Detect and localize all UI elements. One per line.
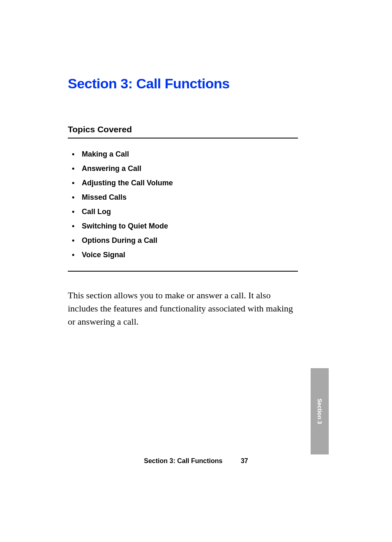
- list-item: Call Log: [74, 208, 298, 216]
- page-content: Section 3: Call Functions Topics Covered…: [68, 76, 298, 337]
- list-item: Switching to Quiet Mode: [74, 222, 298, 231]
- footer: Section 3: Call Functions 37: [0, 457, 392, 465]
- section-title: Section 3: Call Functions: [68, 76, 298, 92]
- list-item: Options During a Call: [74, 236, 298, 245]
- thumb-tab-label: Section 3: [316, 399, 323, 424]
- list-item: Missed Calls: [74, 193, 298, 202]
- footer-page-number: 37: [241, 457, 248, 464]
- topics-heading: Topics Covered: [68, 125, 298, 134]
- rule-top: [68, 138, 298, 138]
- body-text: This section allows you to make or answe…: [68, 289, 298, 328]
- rule-bottom: [68, 271, 298, 272]
- list-item: Making a Call: [74, 150, 298, 159]
- thumb-tab: Section 3: [311, 368, 329, 454]
- topics-list: Making a Call Answering a Call Adjusting…: [68, 150, 298, 259]
- list-item: Adjusting the Call Volume: [74, 179, 298, 187]
- list-item: Voice Signal: [74, 251, 298, 259]
- footer-title: Section 3: Call Functions: [144, 457, 222, 464]
- list-item: Answering a Call: [74, 164, 298, 173]
